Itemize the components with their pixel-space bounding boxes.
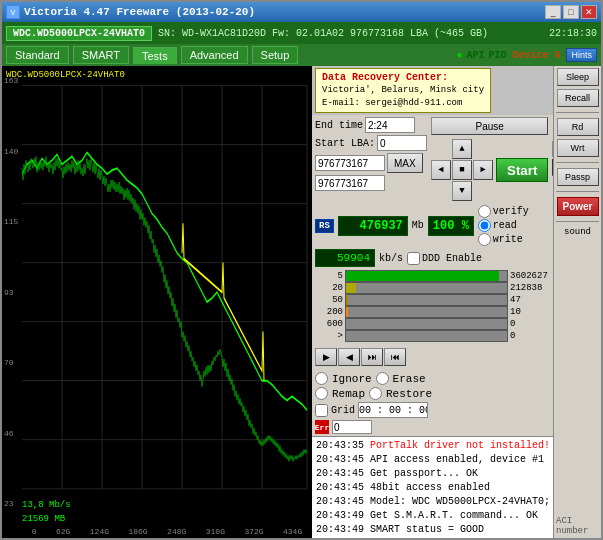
read-label[interactable]: read [478,219,529,232]
power-button[interactable]: Power [557,197,599,216]
ignore-label: Ignore [332,373,372,385]
remap-radio[interactable] [315,387,328,400]
recall-button[interactable]: Recall [557,89,599,107]
bar-track-4 [345,318,508,330]
step-forward-button[interactable]: ⏭ [361,348,383,366]
end-time-input[interactable] [365,117,415,133]
bar-label-2: 50 [315,295,343,305]
start-button[interactable]: Start [496,158,548,182]
data-recovery-box: Data Recovery Center: Victoria', Belarus… [315,68,491,113]
tab-advanced[interactable]: Advanced [181,46,248,64]
bar-fill-3 [346,307,348,317]
minimize-button[interactable]: _ [545,5,561,19]
passp-button[interactable]: Passp [557,168,599,186]
end-time-label: End time [315,120,363,131]
drive-time: 22:18:30 [549,28,597,39]
dir-right[interactable]: ► [473,160,493,180]
tab-smart[interactable]: SMART [73,46,129,64]
log-text-2: Get passport... OK [370,468,478,479]
write-label[interactable]: write [478,233,529,246]
end-lba-input[interactable] [315,155,385,171]
sidebar-right: Sleep Recall Rd Wrt Passp Power sound AC… [553,66,601,538]
log-text-3: 48bit access enabled [370,482,490,493]
mb-display: 476937 [338,216,408,236]
end-lba2-input[interactable] [315,175,385,191]
erase-label: Erase [393,373,426,385]
bar-count-3: 10 [510,307,550,317]
bar-label-0: 5 [315,271,343,281]
dir-up[interactable]: ▲ [452,139,472,159]
wrt-button[interactable]: Wrt [557,139,599,157]
read-radio[interactable] [478,219,491,232]
verify-label[interactable]: verify [478,205,529,218]
drive-fw: Fw: 02.01A02 [272,28,344,39]
grid-row: Grid [315,402,550,418]
grid-input[interactable] [358,402,428,418]
chart-size-label: 21569 MB [22,514,65,524]
drive-lba: 976773168 LBA (~465 GB) [350,28,488,39]
bar-label-4: 600 [315,319,343,329]
tab-standard[interactable]: Standard [6,46,69,64]
y-label-140: 140 [4,147,18,156]
y-axis-labels: 163 140 115 93 70 46 23 [4,76,18,508]
remap-label: Remap [332,388,365,400]
log-time-4: 20:43:45 [316,496,364,507]
sound-label[interactable]: sound [564,227,591,237]
direction-pad: ▲ ◄ ■ ► ▼ [431,139,493,201]
bar-row-5: > 0 [315,330,550,342]
close-button[interactable]: ✕ [581,5,597,19]
end-time-row: End time [315,117,427,133]
tab-tests[interactable]: Tests [133,47,177,64]
rewind-button[interactable]: ◀ [338,348,360,366]
pause-button[interactable]: Pause [431,117,548,135]
rd-button[interactable]: Rd [557,118,599,136]
drive-model[interactable]: WDC.WD5000LPCX-24VHAT0 [6,26,152,41]
end-button[interactable]: ⏮ [384,348,406,366]
erase-radio[interactable] [376,372,389,385]
ddd-enable-label[interactable]: DDD Enable [407,252,482,265]
dir-down[interactable]: ▼ [452,181,472,201]
grid-checkbox[interactable] [315,404,328,417]
drive-info-bar: WDC.WD5000LPCX-24VHAT0 SN: WD-WX1AC81D20… [2,22,601,44]
x-186g: 186G [128,527,147,536]
dr-line1: Victoria', Belarus, Minsk city [322,84,484,97]
log-line-7: 20:44:56 Get passport... OK [316,537,549,538]
chart-speed-label: 13,8 Mb/s [22,500,71,510]
verify-radio[interactable] [478,205,491,218]
title-controls: _ □ ✕ [545,5,597,19]
start-lba-input[interactable] [377,135,427,151]
dir-center[interactable]: ■ [452,160,472,180]
ignore-radio[interactable] [315,372,328,385]
x-62g: 62G [56,527,70,536]
title-bar: V Victoria 4.47 Freeware (2013-02-20) _ … [2,2,601,22]
log-text-0: PortTalk driver not installed! Available… [370,440,553,451]
sleep-button[interactable]: Sleep [557,68,599,86]
dir-left[interactable]: ◄ [431,160,451,180]
tab-setup[interactable]: Setup [252,46,299,64]
hints-button[interactable]: Hints [566,48,597,62]
maximize-button[interactable]: □ [563,5,579,19]
bar-row-2: 50 47 [315,294,550,306]
player-section: ▶ ◀ ⏭ ⏮ [312,344,553,370]
kb-display: 59904 [315,249,375,267]
ddd-enable-checkbox[interactable] [407,252,420,265]
y-label-23: 23 [4,499,18,508]
chart-area: 163 140 115 93 70 46 23 [2,66,312,538]
play-button[interactable]: ▶ [315,348,337,366]
restore-radio[interactable] [369,387,382,400]
err-count[interactable] [332,420,372,434]
bar-row-4: 600 0 [315,318,550,330]
bar-fill-0 [346,271,499,281]
write-radio[interactable] [478,233,491,246]
separator-1 [556,112,599,113]
x-248g: 248G [167,527,186,536]
speed-row: RS 476937 Mb 100 % verify read write [312,203,553,248]
bar-fill-2 [346,295,348,305]
main-window: V Victoria 4.47 Freeware (2013-02-20) _ … [0,0,603,540]
log-text-1: API access enabled, device #1 [370,454,544,465]
middle-controls: Pause ▲ ◄ ■ ► ▼ Start [431,117,548,201]
max-button[interactable]: MAX [387,153,423,173]
log-text-6: SMART status = GOOD [370,524,484,535]
remap-restore-row: Remap Restore [315,387,550,400]
x-axis-labels: 0 62G 124G 186G 248G 310G 372G 434G [22,527,312,536]
